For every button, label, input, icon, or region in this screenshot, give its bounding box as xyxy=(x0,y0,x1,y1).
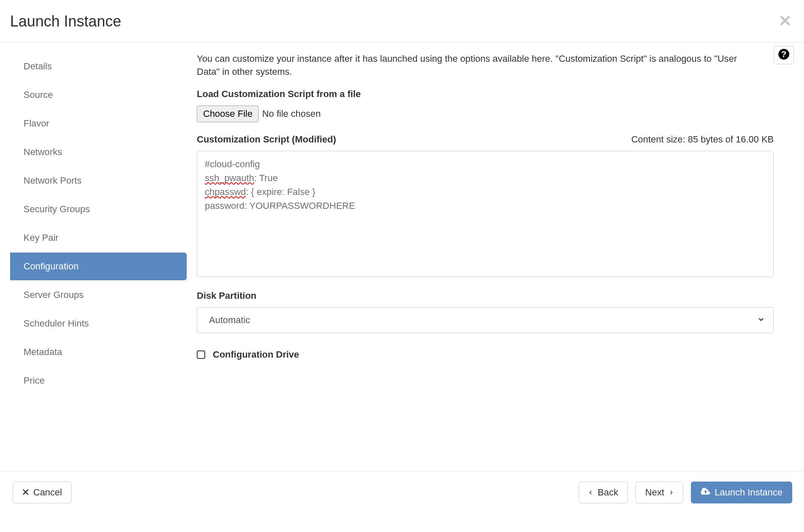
tab-source[interactable]: Source xyxy=(10,81,187,109)
tab-label: Scheduler Hints xyxy=(24,318,89,329)
disk-partition-select[interactable]: Automatic xyxy=(197,307,774,333)
tab-label: Source xyxy=(24,90,53,100)
file-input-row: Choose File No file chosen xyxy=(197,105,774,122)
modal-header: Launch Instance xyxy=(0,0,804,42)
tab-label: Security Groups xyxy=(24,204,90,214)
tab-label: Networks xyxy=(24,147,62,157)
back-button[interactable]: Back xyxy=(579,482,628,503)
cancel-button[interactable]: Cancel xyxy=(13,482,71,503)
tab-details[interactable]: Details xyxy=(10,53,187,80)
configuration-drive-checkbox[interactable] xyxy=(197,350,205,359)
next-button[interactable]: Next xyxy=(635,482,683,503)
close-button[interactable] xyxy=(779,14,791,29)
cancel-button-label: Cancel xyxy=(33,487,62,498)
tab-configuration[interactable]: Configuration xyxy=(10,253,187,280)
modal-footer: Cancel Back Next Launch Instance xyxy=(0,471,804,516)
help-button[interactable]: ? xyxy=(774,46,794,64)
panel-description: You can customize your instance after it… xyxy=(197,53,752,79)
back-button-label: Back xyxy=(598,487,618,498)
launch-button-label: Launch Instance xyxy=(715,487,783,498)
script-label-row: Customization Script (Modified) Content … xyxy=(197,134,774,145)
configuration-drive-label: Configuration Drive xyxy=(213,349,299,360)
launch-instance-modal: Launch Instance ? Details Source Flavor … xyxy=(0,0,804,516)
tab-network-ports[interactable]: Network Ports xyxy=(10,167,187,195)
customization-script-textarea[interactable]: #cloud-configssh_pwauth: Truechpasswd: {… xyxy=(197,151,774,277)
tab-price[interactable]: Price xyxy=(10,367,187,395)
tab-label: Key Pair xyxy=(24,232,58,243)
tab-label: Network Ports xyxy=(24,175,82,186)
customization-script-label: Customization Script (Modified) xyxy=(197,134,336,145)
content-size-text: Content size: 85 bytes of 16.00 KB xyxy=(631,134,774,145)
modal-body: ? Details Source Flavor Networks Network… xyxy=(0,42,804,471)
tab-label: Price xyxy=(24,375,45,386)
launch-instance-button[interactable]: Launch Instance xyxy=(691,482,792,503)
x-icon xyxy=(22,487,29,498)
modal-title: Launch Instance xyxy=(10,13,121,30)
tab-flavor[interactable]: Flavor xyxy=(10,110,187,137)
tab-server-groups[interactable]: Server Groups xyxy=(10,281,187,309)
next-button-label: Next xyxy=(645,487,664,498)
load-script-label: Load Customization Script from a file xyxy=(197,89,774,100)
chevron-left-icon xyxy=(588,489,593,496)
tab-metadata[interactable]: Metadata xyxy=(10,338,187,366)
configuration-drive-row: Configuration Drive xyxy=(197,349,774,360)
help-icon: ? xyxy=(778,48,790,62)
wizard-sidebar: Details Source Flavor Networks Network P… xyxy=(0,42,197,467)
footer-nav: Back Next Launch Instance xyxy=(579,482,792,503)
cloud-upload-icon xyxy=(701,487,711,498)
chevron-right-icon xyxy=(669,489,674,496)
tab-networks[interactable]: Networks xyxy=(10,138,187,166)
tab-scheduler-hints[interactable]: Scheduler Hints xyxy=(10,310,187,337)
disk-partition-label: Disk Partition xyxy=(197,290,774,301)
tab-label: Metadata xyxy=(24,347,62,357)
configuration-panel: You can customize your instance after it… xyxy=(197,42,785,467)
tab-security-groups[interactable]: Security Groups xyxy=(10,195,187,223)
tab-label: Configuration xyxy=(24,261,79,271)
file-status-text: No file chosen xyxy=(262,108,320,119)
choose-file-button[interactable]: Choose File xyxy=(197,105,259,122)
tab-key-pair[interactable]: Key Pair xyxy=(10,224,187,252)
tab-label: Flavor xyxy=(24,118,49,129)
tab-label: Details xyxy=(24,61,52,71)
disk-partition-select-wrap: Automatic xyxy=(197,307,774,333)
tab-label: Server Groups xyxy=(24,290,84,300)
close-icon xyxy=(779,21,791,28)
svg-text:?: ? xyxy=(781,49,787,59)
